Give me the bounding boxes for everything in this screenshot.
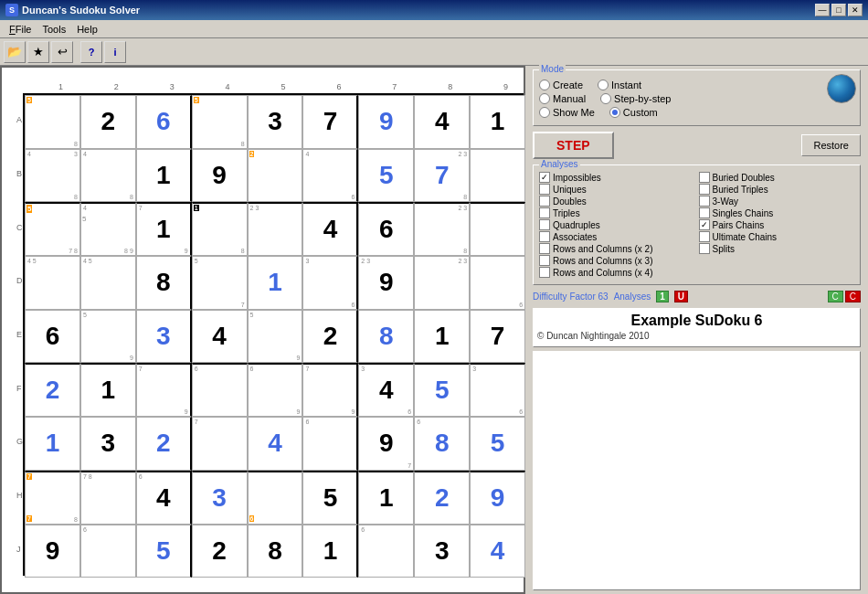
cell-d4[interactable]: 5 7: [192, 256, 248, 310]
cell-a6[interactable]: 7: [302, 95, 358, 149]
checkbox-rowscols2[interactable]: [539, 243, 550, 254]
check-splits[interactable]: Splits: [699, 243, 855, 254]
cell-g1[interactable]: 1: [25, 417, 80, 471]
menu-file[interactable]: FFile: [4, 22, 37, 37]
help-button[interactable]: ?: [80, 41, 102, 63]
cell-a1[interactable]: 5 5 8: [25, 95, 80, 149]
menu-help[interactable]: Help: [71, 22, 103, 37]
radio-create-btn[interactable]: [539, 80, 550, 90]
cell-e5[interactable]: 5 9: [248, 310, 303, 364]
cell-g5[interactable]: 4: [248, 417, 303, 471]
checkbox-singles-chains[interactable]: [699, 207, 710, 218]
cell-e4[interactable]: 4: [192, 310, 248, 364]
checkbox-buried-doubles[interactable]: [699, 172, 710, 183]
cell-c8[interactable]: 2 3 8: [414, 202, 470, 256]
radio-manual-btn[interactable]: [539, 93, 550, 104]
cell-j8[interactable]: 3: [414, 525, 470, 578]
cell-f1[interactable]: 2: [25, 363, 80, 417]
checkbox-rowscols4[interactable]: [539, 267, 550, 278]
cell-a5[interactable]: 3: [248, 95, 303, 149]
cell-g7[interactable]: 9 7: [358, 417, 414, 471]
cell-c4[interactable]: 1 8: [192, 202, 248, 256]
radio-showme-btn[interactable]: [539, 107, 550, 118]
cell-e7[interactable]: 8: [358, 310, 414, 364]
cell-e6[interactable]: 2: [302, 310, 358, 364]
checkbox-impossibles[interactable]: ✓: [539, 172, 550, 183]
cell-c5[interactable]: 2 3: [248, 202, 303, 256]
cell-j3[interactable]: 5: [136, 525, 192, 578]
cell-e9[interactable]: 7: [470, 310, 525, 364]
checkbox-quadruples[interactable]: [539, 219, 550, 230]
cell-g6[interactable]: 6: [302, 417, 358, 471]
check-triples[interactable]: Triples: [539, 207, 695, 218]
checkbox-rowscols3[interactable]: [539, 255, 550, 266]
radio-showme[interactable]: Show Me: [539, 107, 595, 118]
cell-h6[interactable]: 5: [302, 471, 358, 525]
cell-c1[interactable]: 5 7 8: [25, 202, 80, 256]
check-doubles[interactable]: Doubles: [539, 196, 695, 207]
check-pairs-chains[interactable]: ✓ Pairs Chains: [699, 219, 855, 230]
cell-g3[interactable]: 2: [136, 417, 192, 471]
sudoku-grid[interactable]: 5 5 8 2 6 5 8 3 7: [23, 93, 524, 576]
minimize-button[interactable]: —: [815, 4, 830, 16]
check-uniques[interactable]: Uniques: [539, 184, 695, 195]
step-button[interactable]: STEP: [533, 132, 614, 159]
cell-f5[interactable]: 6 9: [248, 363, 303, 417]
red-c-button[interactable]: C: [845, 291, 861, 302]
check-rowscols3[interactable]: Rows and Columns (x 3): [539, 255, 695, 266]
cell-f7[interactable]: 4 3 6: [358, 363, 414, 417]
menu-tools[interactable]: Tools: [37, 22, 71, 37]
cell-c3[interactable]: 1 7 9: [136, 202, 192, 256]
cell-a9[interactable]: 1: [470, 95, 525, 149]
radio-stepbystep-btn[interactable]: [600, 93, 611, 104]
restore-button[interactable]: Restore: [801, 134, 861, 156]
info-button[interactable]: i: [104, 41, 126, 63]
cell-f4[interactable]: 6: [192, 363, 248, 417]
cell-h5[interactable]: 6: [248, 471, 303, 525]
checkbox-pairs-chains[interactable]: ✓: [699, 219, 710, 230]
cell-d1[interactable]: 4 5: [25, 256, 80, 310]
check-impossibles[interactable]: ✓ Impossibles: [539, 172, 695, 183]
cell-c9[interactable]: [470, 202, 525, 256]
cell-j5[interactable]: 8: [248, 525, 303, 578]
radio-instant-btn[interactable]: [598, 80, 609, 90]
cell-h8[interactable]: 2: [414, 471, 470, 525]
cell-h4[interactable]: 3: [192, 471, 248, 525]
check-rowscols4[interactable]: Rows and Columns (x 4): [539, 267, 695, 278]
cell-j6[interactable]: 1: [302, 525, 358, 578]
cell-h7[interactable]: 1: [358, 471, 414, 525]
checkbox-triples[interactable]: [539, 207, 550, 218]
cell-e1[interactable]: 6: [25, 310, 80, 364]
undo-button[interactable]: ↩: [51, 41, 73, 63]
checkbox-splits[interactable]: [699, 243, 710, 254]
cell-d7[interactable]: 9 2 3: [358, 256, 414, 310]
cell-c6[interactable]: 4: [302, 202, 358, 256]
radio-create[interactable]: Create: [539, 80, 583, 90]
check-quadruples[interactable]: Quadruples: [539, 219, 695, 230]
cell-g9[interactable]: 5: [470, 417, 525, 471]
radio-custom[interactable]: Custom: [609, 107, 658, 118]
check-buried-doubles[interactable]: Buried Doubles: [699, 172, 855, 183]
close-button[interactable]: ✕: [848, 4, 863, 16]
cell-e3[interactable]: 3: [136, 310, 192, 364]
cell-a4[interactable]: 5 8: [192, 95, 248, 149]
maximize-button[interactable]: □: [831, 4, 846, 16]
cell-c2[interactable]: 4 5 8 9: [80, 202, 136, 256]
checkbox-ultimate-chains[interactable]: [699, 231, 710, 242]
cell-h2[interactable]: 7 8: [80, 471, 136, 525]
cell-b3[interactable]: 1: [136, 149, 192, 203]
cell-f9[interactable]: 3 6: [470, 363, 525, 417]
cell-e8[interactable]: 1: [414, 310, 470, 364]
cell-b6[interactable]: 4 6: [302, 149, 358, 203]
checkbox-3way[interactable]: [699, 196, 710, 207]
cell-d5[interactable]: 1: [248, 256, 303, 310]
cell-a2[interactable]: 2: [80, 95, 136, 149]
open-button[interactable]: 📂: [4, 41, 26, 63]
cell-g4[interactable]: 7: [192, 417, 248, 471]
cell-b1[interactable]: 4 3 8: [25, 149, 80, 203]
check-associates[interactable]: Associates: [539, 231, 695, 242]
cell-b8[interactable]: 7 2 3 8: [414, 149, 470, 203]
radio-custom-btn[interactable]: [609, 107, 620, 118]
cell-a3[interactable]: 6: [136, 95, 192, 149]
checkbox-doubles[interactable]: [539, 196, 550, 207]
